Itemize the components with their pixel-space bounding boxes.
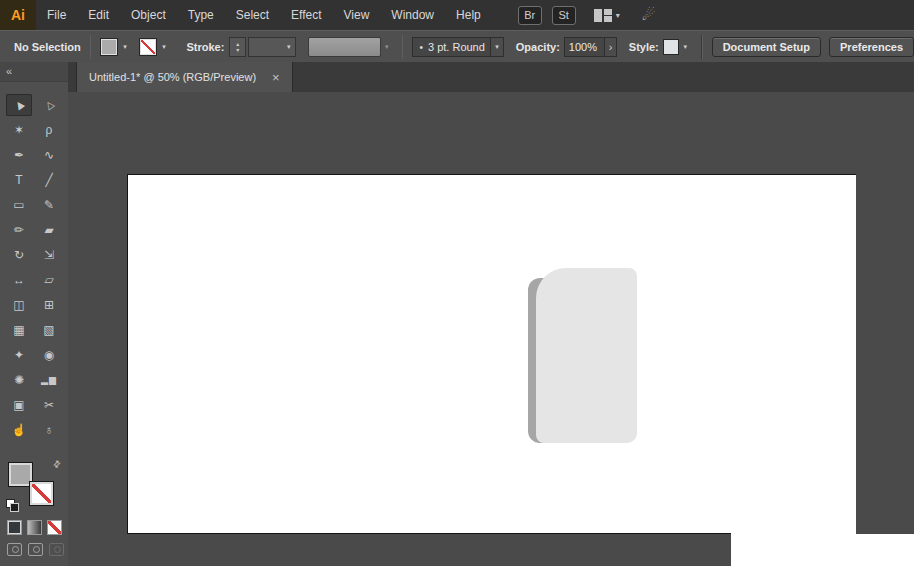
bridge-button[interactable]: Br — [518, 6, 542, 25]
app-logo[interactable]: Ai — [0, 0, 36, 30]
line-segment-icon: ╱ — [45, 173, 52, 187]
document-setup-button[interactable]: Document Setup — [712, 37, 821, 57]
scale-tool[interactable]: ⇲ — [36, 244, 62, 266]
gradient-tool[interactable]: ▧ — [36, 319, 62, 341]
stepper-down-icon[interactable]: ▾ — [236, 47, 239, 53]
zoom-tool[interactable]: ♁ — [36, 419, 62, 441]
symbol-sprayer-icon: ✺ — [14, 373, 24, 387]
line-segment-tool[interactable]: ╱ — [36, 169, 62, 191]
stroke-swatch[interactable] — [139, 38, 157, 56]
pen-tool[interactable]: ✒ — [6, 144, 32, 166]
brush-definition-caret-icon[interactable]: ▾ — [381, 38, 393, 56]
artboard[interactable] — [127, 174, 856, 534]
menu-object[interactable]: Object — [120, 0, 177, 30]
style-control[interactable]: ▾ — [663, 38, 692, 56]
perspective-grid-tool[interactable]: ⊞ — [36, 294, 62, 316]
draw-normal-button[interactable] — [7, 543, 22, 556]
opacity-input[interactable]: 100% — [564, 37, 605, 57]
shaper-icon: ✏ — [14, 223, 24, 237]
lasso-icon: ρ — [46, 123, 53, 137]
menu-effect[interactable]: Effect — [280, 0, 332, 30]
paint-style-row — [7, 520, 68, 535]
canvas[interactable] — [68, 92, 914, 566]
shape-builder-tool[interactable]: ◫ — [6, 294, 32, 316]
symbol-sprayer-tool[interactable]: ✺ — [6, 369, 32, 391]
draw-behind-button[interactable] — [28, 543, 43, 556]
tab-close-icon[interactable]: × — [272, 70, 280, 85]
stroke-proxy-swatch[interactable] — [29, 481, 54, 506]
swap-fill-stroke-icon[interactable]: ⇄ — [51, 458, 63, 470]
workspace-caret-icon[interactable]: ▾ — [616, 11, 620, 20]
fill-stroke-proxy: ⇄ — [6, 459, 62, 511]
selection-tool[interactable]: ▶ — [6, 94, 32, 116]
rotate-icon: ↻ — [14, 248, 24, 262]
menu-edit[interactable]: Edit — [77, 0, 120, 30]
stroke-caret-icon[interactable]: ▾ — [157, 38, 170, 56]
fill-swatch[interactable] — [100, 38, 118, 56]
direct-selection-tool[interactable]: ▷ — [36, 94, 62, 116]
stroke-color-control[interactable]: ▾ — [139, 38, 170, 56]
stroke-label: Stroke: — [186, 41, 224, 53]
rotate-tool[interactable]: ↻ — [6, 244, 32, 266]
menu-window[interactable]: Window — [380, 0, 445, 30]
variable-width-profile-dropdown[interactable]: • 3 pt. Round — [412, 37, 491, 57]
profile-caret-icon[interactable]: ▾ — [491, 37, 504, 57]
stroke-weight-stepper[interactable]: ▴ ▾ — [229, 37, 246, 57]
preferences-button[interactable]: Preferences — [829, 37, 914, 57]
workspace-switcher-icon[interactable] — [594, 9, 612, 22]
width-tool[interactable]: ↔ — [6, 269, 32, 291]
paintbrush-icon: ✎ — [44, 198, 54, 212]
artboard-bottom-edge — [127, 533, 731, 534]
style-caret-icon[interactable]: ▾ — [679, 38, 692, 56]
menu-type[interactable]: Type — [177, 0, 225, 30]
magic-wand-tool[interactable]: ✶ — [6, 119, 32, 141]
stock-button[interactable]: St — [552, 6, 576, 25]
type-tool[interactable]: T — [6, 169, 32, 191]
collapse-panel-icon[interactable]: « — [6, 65, 12, 77]
lasso-tool[interactable]: ρ — [36, 119, 62, 141]
stroke-weight-caret-icon[interactable]: ▾ — [282, 38, 295, 56]
paintbrush-tool[interactable]: ✎ — [36, 194, 62, 216]
hand-tool[interactable]: ☝ — [6, 419, 32, 441]
menu-bar-shortcuts: Br St ▾ ☄ — [518, 6, 655, 25]
type-icon: T — [15, 173, 22, 187]
rectangle-tool[interactable]: ▭ — [6, 194, 32, 216]
eyedropper-icon: ✦ — [14, 348, 24, 362]
document-tab[interactable]: Untitled-1* @ 50% (RGB/Preview) × — [76, 62, 293, 92]
opacity-chevron-icon[interactable]: › — [605, 37, 617, 57]
mesh-tool[interactable]: ▦ — [6, 319, 32, 341]
control-bar: No Selection ▾ ▾ Stroke: ▴ ▾ ▾ ▾ • 3 pt.… — [0, 30, 914, 64]
color-button[interactable] — [7, 520, 22, 535]
stroke-weight-dropdown[interactable]: ▾ — [248, 37, 296, 57]
style-swatch[interactable] — [663, 39, 679, 55]
tools-panel: « ▶ ▷ ✶ ρ ✒ ∿ T ╱ ▭ ✎ ✏ ▰ ↻ ⇲ ↔ ▱ ◫ ⊞ — [0, 62, 69, 566]
illustrator-window: Ai File Edit Object Type Select Effect V… — [0, 0, 914, 566]
artboard-tool[interactable]: ▣ — [6, 394, 32, 416]
menu-help[interactable]: Help — [445, 0, 492, 30]
slice-tool[interactable]: ✂ — [36, 394, 62, 416]
none-button[interactable] — [47, 520, 62, 535]
opacity-value: 100% — [569, 41, 597, 53]
menu-file[interactable]: File — [36, 0, 77, 30]
draw-inside-button[interactable] — [49, 543, 64, 556]
shaper-tool[interactable]: ✏ — [6, 219, 32, 241]
blend-tool[interactable]: ◉ — [36, 344, 62, 366]
fill-caret-icon[interactable]: ▾ — [118, 38, 131, 56]
brush-definition-preview[interactable] — [308, 37, 381, 57]
opacity-label: Opacity: — [516, 41, 560, 53]
menu-select[interactable]: Select — [225, 0, 280, 30]
fill-color-control[interactable]: ▾ — [100, 38, 131, 56]
free-transform-tool[interactable]: ▱ — [36, 269, 62, 291]
gradient-button[interactable] — [27, 520, 42, 535]
eraser-tool[interactable]: ▰ — [36, 219, 62, 241]
menu-bar: Ai File Edit Object Type Select Effect V… — [0, 0, 914, 31]
gpu-performance-icon[interactable]: ☄ — [642, 6, 655, 24]
gradient-icon: ▧ — [43, 323, 54, 337]
curvature-icon: ∿ — [44, 148, 54, 162]
curvature-tool[interactable]: ∿ — [36, 144, 62, 166]
eyedropper-tool[interactable]: ✦ — [6, 344, 32, 366]
shape-body[interactable] — [536, 268, 637, 443]
menu-view[interactable]: View — [333, 0, 381, 30]
column-graph-tool[interactable]: ▂▆ — [36, 369, 62, 391]
default-fill-stroke-icon[interactable] — [6, 499, 18, 511]
